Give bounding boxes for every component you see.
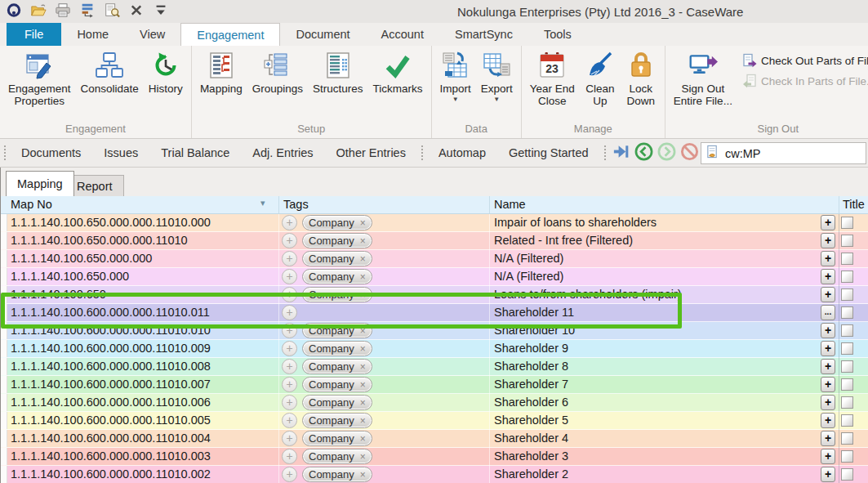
ribbon-button-lock-down[interactable]: LockDown: [621, 48, 661, 107]
add-tag-button[interactable]: +: [282, 341, 297, 356]
toolbar-button-getting-started[interactable]: Getting Started: [497, 146, 600, 159]
tag-chip-company[interactable]: Company×: [302, 431, 372, 446]
ribbon-button-sign-out-entire-file[interactable]: Sign OutEntire File...: [669, 48, 737, 107]
table-row[interactable]: 1.1.1.140.100.600.000.000.11010.007+Comp…: [1, 376, 868, 394]
table-row[interactable]: 1.1.1.140.100.650.000.000.11010+Company×…: [1, 232, 868, 250]
title-checkbox[interactable]: [841, 306, 853, 319]
ribbon-button-clean-up[interactable]: CleanUp: [580, 48, 621, 107]
title-checkbox[interactable]: [841, 414, 853, 427]
table-row[interactable]: 1.1.1.140.100.650.000.000+Company×N/A (F…: [1, 250, 868, 268]
add-tag-button[interactable]: +: [282, 233, 297, 248]
add-tag-button[interactable]: +: [282, 251, 297, 266]
toolbar-button-documents[interactable]: Documents: [10, 146, 92, 159]
title-checkbox[interactable]: [841, 271, 853, 283]
title-checkbox[interactable]: [841, 324, 853, 337]
ribbon-button-structures[interactable]: Structures: [308, 48, 368, 95]
column-header-title[interactable]: Title: [843, 198, 865, 211]
tag-chip-company[interactable]: Company×: [302, 251, 372, 266]
title-checkbox[interactable]: [841, 468, 853, 481]
table-row[interactable]: 1.1.1.140.100.600.000.000.11010.002+Comp…: [1, 466, 868, 483]
ribbon-tab-tools[interactable]: Tools: [528, 23, 587, 46]
ribbon-button-mapping[interactable]: Mapping: [195, 48, 247, 95]
title-checkbox[interactable]: [841, 360, 853, 373]
expand-button[interactable]: +: [821, 395, 835, 410]
expand-button[interactable]: ...: [821, 305, 835, 320]
expand-button[interactable]: +: [821, 341, 835, 356]
add-tag-button[interactable]: +: [282, 431, 297, 446]
toolbar-button-trial-balance[interactable]: Trial Balance: [149, 146, 241, 159]
tag-chip-company[interactable]: Company×: [302, 233, 372, 248]
tag-remove-icon[interactable]: ×: [360, 451, 366, 463]
expand-button[interactable]: +: [821, 413, 835, 428]
column-header-name[interactable]: Name: [494, 198, 526, 211]
ribbon-button-year-end-close[interactable]: 23Year EndClose: [525, 48, 580, 107]
ribbon-button-check-out-parts-of-file[interactable]: Check Out Parts of File...: [742, 53, 868, 68]
tag-chip-company[interactable]: Company×: [302, 395, 372, 410]
add-tag-button[interactable]: +: [282, 467, 297, 482]
toolbar-grip[interactable]: [421, 145, 423, 160]
add-tag-button[interactable]: +: [282, 215, 297, 230]
qat-open-folder-button[interactable]: [29, 2, 48, 20]
qat-print-preview-button[interactable]: [102, 2, 122, 20]
tag-remove-icon[interactable]: ×: [360, 235, 366, 247]
expand-button[interactable]: +: [821, 251, 835, 266]
title-checkbox[interactable]: [841, 450, 853, 463]
ribbon-button-groupings[interactable]: Groupings: [247, 48, 308, 95]
add-tag-button[interactable]: +: [282, 395, 297, 410]
nav-end-button[interactable]: [611, 142, 632, 163]
add-tag-button[interactable]: +: [282, 359, 297, 374]
toolbar-button-issues[interactable]: Issues: [92, 146, 149, 159]
toolbar-grip[interactable]: [4, 145, 6, 160]
tag-chip-company[interactable]: Company×: [302, 215, 372, 230]
ribbon-tab-view[interactable]: View: [124, 23, 180, 46]
qat-close-file-button[interactable]: [127, 2, 146, 20]
tag-chip-company[interactable]: Company×: [302, 359, 372, 374]
toolbar-button-other-entries[interactable]: Other Entries: [325, 146, 417, 159]
tag-chip-company[interactable]: Company×: [302, 413, 372, 428]
expand-button[interactable]: +: [821, 215, 835, 230]
add-tag-button[interactable]: +: [282, 449, 297, 464]
title-checkbox[interactable]: [841, 432, 853, 445]
tag-remove-icon[interactable]: ×: [360, 361, 366, 373]
title-checkbox[interactable]: [841, 235, 853, 247]
expand-button[interactable]: +: [821, 287, 835, 302]
tag-remove-icon[interactable]: ×: [360, 271, 366, 283]
add-tag-button[interactable]: +: [282, 377, 297, 392]
column-header-map-no[interactable]: Map No: [11, 198, 52, 211]
qat-caseware-logo-button[interactable]: [4, 2, 24, 20]
qat-assign-mapping-button[interactable]: [78, 2, 97, 20]
tag-chip-company[interactable]: Company×: [302, 269, 372, 284]
column-divider[interactable]: [489, 196, 490, 213]
title-checkbox[interactable]: [841, 288, 853, 301]
ribbon-tab-engagement[interactable]: Engagement: [180, 23, 280, 46]
expand-button[interactable]: +: [821, 431, 835, 446]
ribbon-button-history[interactable]: History: [144, 48, 188, 95]
nav-back-button[interactable]: [634, 142, 655, 163]
expand-button[interactable]: +: [821, 359, 835, 374]
table-row[interactable]: 1.1.1.140.100.600.000.000.11010.005+Comp…: [1, 412, 868, 430]
tag-chip-company[interactable]: Company×: [302, 377, 372, 392]
title-checkbox[interactable]: [841, 253, 853, 265]
tab-mapping[interactable]: Mapping: [6, 171, 74, 196]
address-bar[interactable]: [701, 142, 866, 164]
address-input[interactable]: [723, 146, 846, 161]
ribbon-tab-home[interactable]: Home: [61, 23, 124, 46]
title-checkbox[interactable]: [841, 342, 853, 355]
tag-chip-company[interactable]: Company×: [302, 341, 372, 356]
ribbon-button-tickmarks[interactable]: Tickmarks: [368, 48, 428, 95]
tag-remove-icon[interactable]: ×: [360, 415, 366, 427]
column-header-tags[interactable]: Tags: [283, 198, 309, 211]
ribbon-button-engagement-properties[interactable]: EngagementProperties: [3, 48, 76, 107]
add-tag-button[interactable]: +: [282, 269, 297, 284]
table-row[interactable]: 1.1.1.140.100.650.000.000.11010.000+Comp…: [1, 214, 868, 232]
ribbon-tab-account[interactable]: Account: [366, 23, 439, 46]
ribbon-tab-file[interactable]: File: [7, 23, 61, 46]
toolbar-button-automap[interactable]: Automap: [427, 146, 497, 159]
column-divider[interactable]: [839, 196, 839, 213]
tag-remove-icon[interactable]: ×: [360, 433, 366, 445]
nav-stop-button[interactable]: [679, 142, 701, 163]
expand-button[interactable]: +: [821, 233, 835, 248]
column-divider[interactable]: [278, 196, 279, 213]
title-checkbox[interactable]: [841, 217, 853, 229]
qat-qat-menu-button[interactable]: [151, 2, 171, 20]
